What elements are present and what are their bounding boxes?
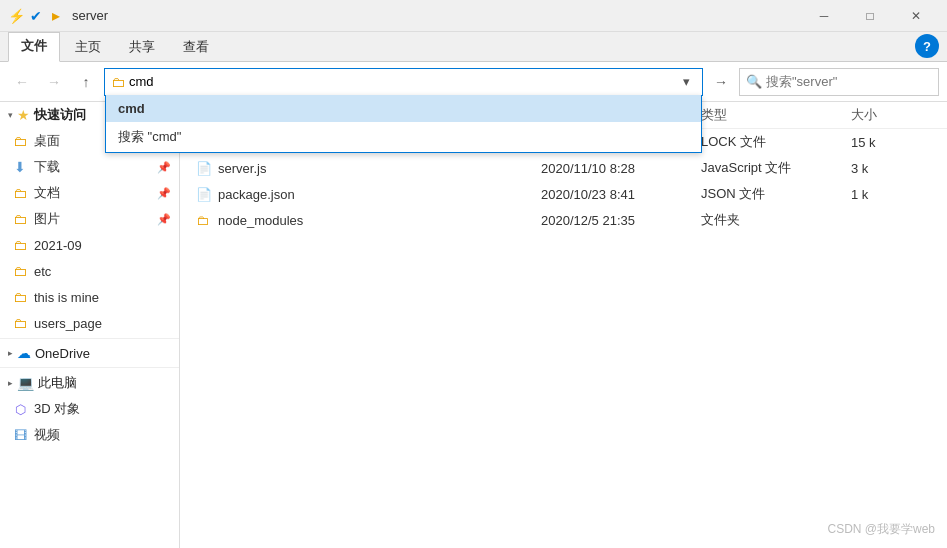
file-name-nodemodules: node_modules bbox=[218, 213, 303, 228]
window-title: server bbox=[72, 8, 801, 23]
tab-view[interactable]: 查看 bbox=[170, 33, 222, 62]
onedrive-icon: ☁ bbox=[17, 345, 31, 361]
folder-icon-2021-09: 🗀 bbox=[12, 237, 28, 253]
back-button[interactable]: ← bbox=[8, 68, 36, 96]
table-row[interactable]: 📄 server.js 2020/11/10 8:28 JavaScript 文… bbox=[180, 155, 947, 181]
sidebar-label-downloads: 下载 bbox=[34, 158, 60, 176]
maximize-button[interactable]: □ bbox=[847, 0, 893, 32]
up-button[interactable]: ↑ bbox=[72, 68, 100, 96]
header-type: 类型 bbox=[701, 106, 851, 124]
search-icon: 🔍 bbox=[746, 74, 762, 89]
file-type-nodemodules: 文件夹 bbox=[701, 211, 851, 229]
file-type-serverjs: JavaScript 文件 bbox=[701, 159, 851, 177]
toolbar-row: ← → ↑ 🗀 ▾ cmd 搜索 "cmd" → 🔍 bbox=[0, 62, 947, 102]
sidebar-label-etc: etc bbox=[34, 264, 51, 279]
address-folder-icon: 🗀 bbox=[111, 74, 125, 90]
sidebar: ▾ ★ 快速访问 🗀 桌面 📌 ⬇ 下载 📌 🗀 文档 📌 🗀 图片 📌 🗀 2… bbox=[0, 102, 180, 548]
forward-nav-button[interactable]: → bbox=[40, 68, 68, 96]
onedrive-header[interactable]: ▸ ☁ OneDrive bbox=[0, 341, 179, 365]
divider-1 bbox=[0, 338, 179, 339]
folder-icon-documents: 🗀 bbox=[12, 185, 28, 201]
sidebar-label-2021-09: 2021-09 bbox=[34, 238, 82, 253]
main-area: ▾ ★ 快速访问 🗀 桌面 📌 ⬇ 下载 📌 🗀 文档 📌 🗀 图片 📌 🗀 2… bbox=[0, 102, 947, 548]
pin-icon-documents: 📌 bbox=[157, 187, 171, 200]
file-date-packagejson: 2020/10/23 8:41 bbox=[541, 187, 701, 202]
folder-icon-pictures: 🗀 bbox=[12, 211, 28, 227]
sidebar-item-pictures[interactable]: 🗀 图片 📌 bbox=[0, 206, 179, 232]
address-input[interactable] bbox=[129, 74, 676, 89]
sidebar-item-2021-09[interactable]: 🗀 2021-09 bbox=[0, 232, 179, 258]
ribbon-tabs: 文件 主页 共享 查看 ? bbox=[0, 32, 947, 62]
js-file-icon: 📄 bbox=[196, 161, 212, 176]
divider-2 bbox=[0, 367, 179, 368]
minimize-button[interactable]: ─ bbox=[801, 0, 847, 32]
folder-icon-users-page: 🗀 bbox=[12, 315, 28, 331]
sidebar-item-documents[interactable]: 🗀 文档 📌 bbox=[0, 180, 179, 206]
forward-arrow-icon: → bbox=[707, 68, 735, 96]
address-dropdown-icon[interactable]: ▾ bbox=[676, 69, 696, 95]
this-pc-label: 此电脑 bbox=[38, 374, 77, 392]
star-icon: ★ bbox=[17, 107, 30, 123]
sidebar-item-users-page[interactable]: 🗀 users_page bbox=[0, 310, 179, 336]
file-date-nodemodules: 2020/12/5 21:35 bbox=[541, 213, 701, 228]
sidebar-item-this-is-mine[interactable]: 🗀 this is mine bbox=[0, 284, 179, 310]
file-type-yarn: LOCK 文件 bbox=[701, 133, 851, 151]
close-button[interactable]: ✕ bbox=[893, 0, 939, 32]
sidebar-label-video: 视频 bbox=[34, 426, 60, 444]
json-file-icon: 📄 bbox=[196, 187, 212, 202]
title-bar: ⚡ ✔ ▸ server ─ □ ✕ bbox=[0, 0, 947, 32]
tab-share[interactable]: 共享 bbox=[116, 33, 168, 62]
folder-icon-downloads: ⬇ bbox=[12, 159, 28, 175]
search-input[interactable] bbox=[766, 74, 934, 89]
tab-home[interactable]: 主页 bbox=[62, 33, 114, 62]
file-area: 名称 修改日期 类型 大小 🔒 yarn.lock 2020/11/9 18:1… bbox=[180, 102, 947, 548]
file-type-packagejson: JSON 文件 bbox=[701, 185, 851, 203]
autocomplete-dropdown: cmd 搜索 "cmd" bbox=[105, 95, 702, 153]
checkmark-icon: ✔ bbox=[28, 8, 44, 24]
this-pc-header[interactable]: ▸ 💻 此电脑 bbox=[0, 370, 179, 396]
file-name-serverjs: server.js bbox=[218, 161, 266, 176]
help-button[interactable]: ? bbox=[915, 34, 939, 58]
sidebar-label-documents: 文档 bbox=[34, 184, 60, 202]
onedrive-label: OneDrive bbox=[35, 346, 90, 361]
title-folder-icon: ▸ bbox=[48, 8, 64, 24]
autocomplete-item-cmd[interactable]: cmd bbox=[106, 95, 701, 122]
file-size-serverjs: 3 k bbox=[851, 161, 931, 176]
pc-icon: 💻 bbox=[17, 375, 34, 391]
sidebar-label-users-page: users_page bbox=[34, 316, 102, 331]
table-row[interactable]: 🗀 node_modules 2020/12/5 21:35 文件夹 bbox=[180, 207, 947, 233]
folder-icon-desktop: 🗀 bbox=[12, 133, 28, 149]
tab-file[interactable]: 文件 bbox=[8, 32, 60, 62]
sidebar-label-pictures: 图片 bbox=[34, 210, 60, 228]
sidebar-label-this-is-mine: this is mine bbox=[34, 290, 99, 305]
folder-icon-etc: 🗀 bbox=[12, 263, 28, 279]
quick-access-icon: ⚡ bbox=[8, 8, 24, 24]
autocomplete-item-search[interactable]: 搜索 "cmd" bbox=[106, 122, 701, 152]
address-bar[interactable]: 🗀 ▾ cmd 搜索 "cmd" bbox=[104, 68, 703, 96]
table-row[interactable]: 📄 package.json 2020/10/23 8:41 JSON 文件 1… bbox=[180, 181, 947, 207]
pin-icon-pictures: 📌 bbox=[157, 213, 171, 226]
sidebar-label-desktop: 桌面 bbox=[34, 132, 60, 150]
sidebar-label-3d: 3D 对象 bbox=[34, 400, 80, 418]
sidebar-item-downloads[interactable]: ⬇ 下载 📌 bbox=[0, 154, 179, 180]
file-name-packagejson: package.json bbox=[218, 187, 295, 202]
window-controls: ─ □ ✕ bbox=[801, 0, 939, 32]
folder-file-icon: 🗀 bbox=[196, 213, 212, 228]
folder-icon-this-is-mine: 🗀 bbox=[12, 289, 28, 305]
title-bar-icons: ⚡ ✔ ▸ bbox=[8, 8, 64, 24]
obj3d-icon: ⬡ bbox=[12, 401, 28, 417]
header-size: 大小 bbox=[851, 106, 931, 124]
quick-access-label: 快速访问 bbox=[34, 106, 86, 124]
file-size-packagejson: 1 k bbox=[851, 187, 931, 202]
file-date-serverjs: 2020/11/10 8:28 bbox=[541, 161, 701, 176]
pin-icon-downloads: 📌 bbox=[157, 161, 171, 174]
search-box[interactable]: 🔍 bbox=[739, 68, 939, 96]
sidebar-item-etc[interactable]: 🗀 etc bbox=[0, 258, 179, 284]
sidebar-item-video[interactable]: 🎞 视频 bbox=[0, 422, 179, 448]
file-size-yarn: 15 k bbox=[851, 135, 931, 150]
video-icon: 🎞 bbox=[12, 427, 28, 443]
sidebar-item-3d[interactable]: ⬡ 3D 对象 bbox=[0, 396, 179, 422]
